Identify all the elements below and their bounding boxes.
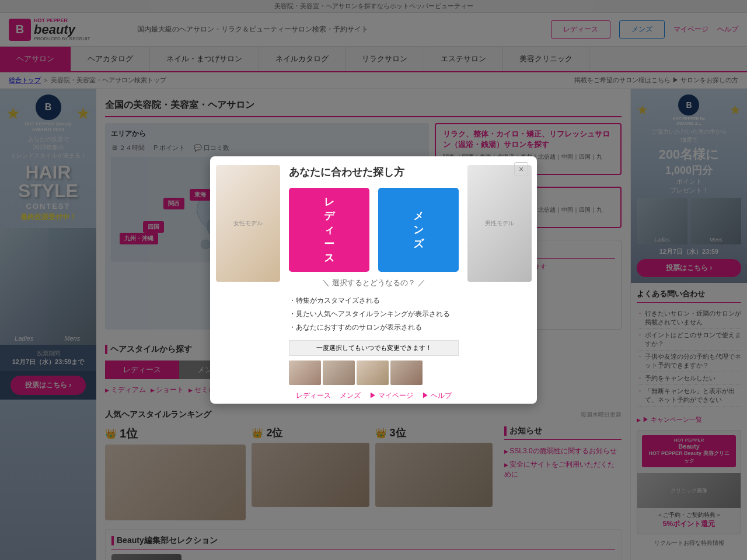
modal-change-note-area: 一度選択してもいつでも変更できます！ [289, 340, 459, 356]
modal-benefits: 特集がカスタマイズされる 見たい人気ヘアスタイルランキングが表示される あなたに… [289, 294, 459, 334]
modal-content-area: 女性モデル あなたに合わせた探し方 レディース メンズ ＼ 選択するとどうなるの… [210, 156, 537, 404]
modal-mens-button[interactable]: メンズ [378, 188, 459, 272]
modal-center-content: あなたに合わせた探し方 レディース メンズ ＼ 選択するとどうなるの？ ／ 特集… [280, 165, 467, 401]
modal-person-right: 男性モデル [467, 165, 532, 282]
modal-mens-link[interactable]: メンズ [340, 391, 361, 401]
modal-title: あなたに合わせた探し方 [289, 165, 459, 179]
modal-mypage-link[interactable]: ▶ マイページ [369, 391, 413, 401]
modal-change-note: 一度選択してもいつでも変更できます！ [289, 340, 459, 356]
benefit-3: あなたにおすすめのサロンが表示される [289, 321, 459, 334]
modal-gender-buttons: レディース メンズ [289, 188, 459, 272]
modal-footer-links: レディース メンズ ▶ マイページ ▶ ヘルプ [289, 391, 459, 401]
modal-style-img-3 [357, 360, 389, 385]
modal-overlay[interactable]: × 女性モデル あなたに合わせた探し方 レディース メンズ ＼ 選択するとどうな… [0, 0, 747, 560]
modal-separator: ＼ 選択するとどうなるの？ ／ [289, 272, 459, 294]
modal-dialog: × 女性モデル あなたに合わせた探し方 レディース メンズ ＼ 選択するとどうな… [210, 156, 537, 404]
modal-style-img-2 [323, 360, 355, 385]
benefit-1: 特集がカスタマイズされる [289, 294, 459, 307]
modal-style-imgs [289, 360, 459, 385]
modal-ladies-link[interactable]: レディース [296, 391, 331, 401]
modal-help-link[interactable]: ▶ ヘルプ [422, 391, 452, 401]
modal-close-button[interactable]: × [514, 162, 528, 176]
modal-style-img-1 [289, 360, 321, 385]
benefit-2: 見たい人気ヘアスタイルランキングが表示される [289, 307, 459, 321]
modal-ladies-button[interactable]: レディース [289, 188, 369, 272]
modal-person-left: 女性モデル [216, 165, 280, 282]
modal-style-img-4 [390, 360, 423, 385]
